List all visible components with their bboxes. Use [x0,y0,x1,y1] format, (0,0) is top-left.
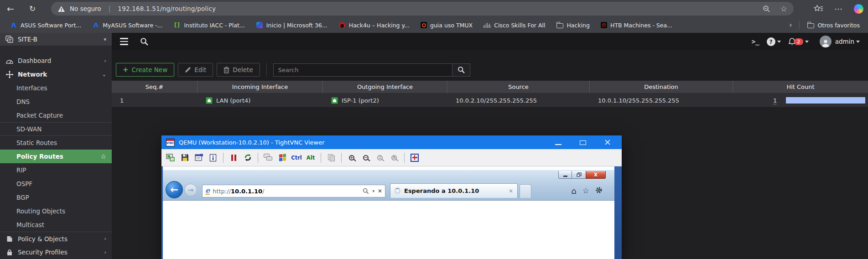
zoom-in-icon[interactable]: + [346,152,357,163]
search-button[interactable] [452,63,470,77]
stop-loading-icon[interactable]: ✕ [378,188,382,194]
address-bar[interactable]: No seguro | 192.168.1.51/ng/routing/poli… [51,2,794,16]
ie-new-tab-button[interactable] [520,184,531,198]
hit-count-value[interactable]: 1 [773,97,777,104]
address-search-icon[interactable] [363,188,369,194]
vnc-viewport[interactable]: X ← → e http://10.0.1.10/ ▾ ✕ [161,166,622,259]
vdom-label: SITE-B [18,36,37,43]
pause-icon[interactable] [228,152,239,163]
chevron-right-icon: › [104,58,106,64]
connection-info-icon[interactable] [208,152,218,163]
zoom-auto-icon[interactable]: A [389,152,400,163]
tightvnc-window[interactable]: VNC QEMU (Workstation-10.0.2.10) - Tight… [161,135,622,259]
sidebar-item-dashboard[interactable]: Dashboard › [0,54,112,67]
bookmark-folder-hacking[interactable]: Hacking [551,20,595,31]
bookmark-hack4u[interactable]: Hack4u – Hacking y... [333,20,415,31]
edit-button[interactable]: Edit [178,63,213,77]
favorites-hub-icon[interactable] [814,5,823,13]
fullscreen-icon[interactable] [409,152,420,163]
sidebar-item-ospf[interactable]: OSPF [0,177,112,191]
zoom-out-icon[interactable]: − [360,152,371,163]
bookmark-myasus[interactable]: Λ MyASUS Software -... [87,20,168,31]
ie-minimize-button[interactable] [558,171,572,179]
browser-back-button[interactable]: ← [3,4,18,14]
bookmark-iacc[interactable]: [] Instituto IACC - Plat... [168,20,250,31]
bookmark-asus[interactable]: Λ ASUS Software Port... [5,20,87,31]
ie-close-button[interactable]: X [586,171,606,179]
sidebar-item-network[interactable]: Network ⌄ [0,67,112,81]
delete-button[interactable]: Delete [217,63,260,77]
sidebar-item-bgp[interactable]: BGP [0,191,112,204]
search-dropdown-caret[interactable]: ▾ [372,189,374,193]
sidebar-item-policy-routes[interactable]: Policy Routes ☆ [0,150,112,163]
column-header-destination[interactable]: Destination [590,81,733,93]
help-menu[interactable]: ? [767,37,781,46]
other-favorites-folder[interactable]: Otros favoritos [801,20,865,31]
favorites-star-icon[interactable]: ☆ [582,187,589,195]
column-header-hit-count[interactable]: Hit Count [733,81,868,93]
collapse-menu-icon[interactable] [120,38,128,45]
column-header-incoming[interactable]: Incoming Interface [198,81,323,93]
vdom-selector[interactable]: SITE-B ▾ [0,33,112,46]
connection-options-icon[interactable] [193,152,204,163]
ctrl-alt-del-icon[interactable] [263,152,274,163]
sidebar-item-policy-objects[interactable]: Policy & Objects › [0,232,112,245]
sidebar-item-security-profiles[interactable]: Security Profiles › [0,245,112,259]
vnc-close-button[interactable] [604,138,611,147]
vnc-minimize-button[interactable] [555,138,561,147]
column-header-seq[interactable]: Seq.# [112,81,198,93]
ie-forward-button[interactable]: → [184,184,197,197]
bookmark-htb[interactable]: HTB Machines - Sea... [595,20,678,31]
ie-back-button[interactable]: ← [166,181,183,198]
send-ctrl-button[interactable]: Ctrl [291,152,302,163]
search-input[interactable] [273,63,452,77]
vnc-titlebar[interactable]: VNC QEMU (Workstation-10.0.2.10) - Tight… [161,135,622,149]
sidebar-item-packet-capture[interactable]: Packet Capture [0,109,112,122]
user-menu[interactable]: admin [820,36,860,47]
chevron-down-icon: ▾ [104,36,106,42]
column-header-outgoing[interactable]: Outgoing Interface [323,81,447,93]
sidebar-item-label: Policy & Objects [18,235,68,243]
sidebar-item-routing-objects[interactable]: Routing Objects [0,204,112,218]
bookmarks-bar: Λ ASUS Software Port... Λ MyASUS Softwar… [0,17,868,33]
add-favorite-icon[interactable]: ☆ [780,4,787,13]
sidebar-item-static-routes[interactable]: Static Routes [0,136,112,150]
bookmarks-overflow-chevron[interactable]: › [784,21,797,29]
sidebar-item-multicast[interactable]: Multicast [0,218,112,232]
global-search-icon[interactable] [140,37,148,46]
home-icon[interactable]: ⌂ [571,187,576,195]
sidebar-item-interfaces[interactable]: Interfaces [0,81,112,95]
zoom-page-icon[interactable] [763,5,770,13]
favorite-star-icon[interactable]: ☆ [100,153,106,160]
clipboard-transfer-icon[interactable] [326,152,337,163]
copilot-icon[interactable] [854,4,863,14]
create-new-button[interactable]: + Create New [116,63,174,77]
tab-close-icon[interactable]: ✕ [509,188,513,194]
ie-page-content[interactable] [163,201,614,259]
sidebar-item-rip[interactable]: RIP [0,163,112,177]
sidebar-item-dns[interactable]: DNS [0,95,112,109]
ie-address-bar[interactable]: e http://10.0.1.10/ ▾ ✕ [202,185,385,197]
bookmark-microsoft365[interactable]: Inicio | Microsoft 36... [250,20,333,31]
ie-restore-button[interactable] [572,171,586,179]
vnc-maximize-button[interactable] [580,138,586,147]
chevron-right-icon: › [104,236,106,242]
send-alt-button[interactable]: Alt [305,152,316,163]
column-header-source[interactable]: Source [447,81,590,93]
browser-menu-icon[interactable]: ⋯ [834,4,843,14]
bookmark-tmux[interactable]: guia uso TMUX [415,20,478,31]
new-connection-icon[interactable] [165,152,176,163]
ie-active-tab[interactable]: Esperando a 10.0.1.10 ✕ [390,183,518,198]
cli-console-icon[interactable]: >_ [752,38,759,45]
zoom-100-icon[interactable]: 1 [374,152,385,163]
notifications-menu[interactable]: 2 [788,37,809,46]
sidebar-item-sd-wan[interactable]: SD-WAN [0,122,112,136]
loading-spinner-icon [395,188,400,194]
win-key-icon[interactable] [277,152,288,163]
table-row[interactable]: 1 LAN (port4) ISP-1 (port2) [112,93,868,108]
refresh-icon[interactable] [242,152,253,163]
browser-refresh-button[interactable]: ↻ [25,4,40,13]
bookmark-cisco[interactable]: Cisco Skills For All [478,20,551,31]
save-session-icon[interactable] [179,152,190,163]
tools-gear-icon[interactable] [595,186,603,195]
